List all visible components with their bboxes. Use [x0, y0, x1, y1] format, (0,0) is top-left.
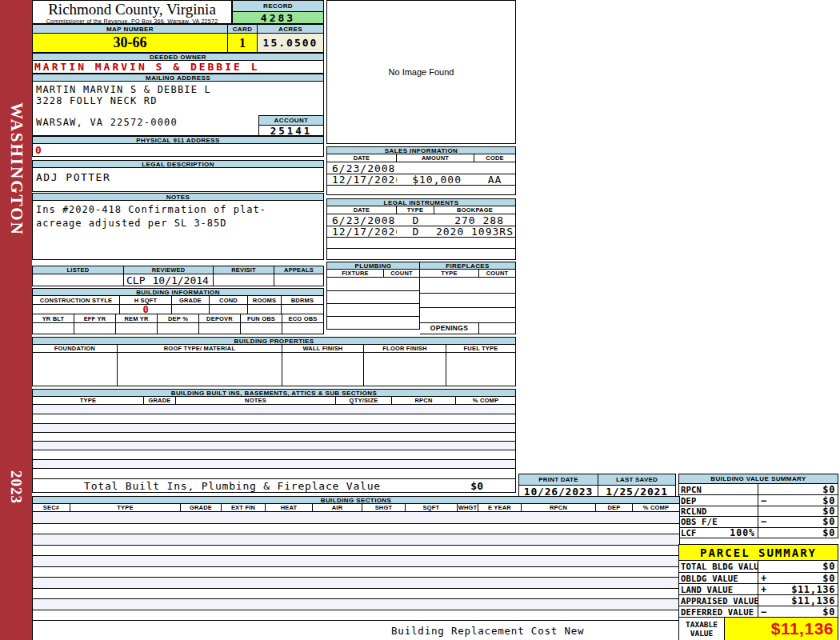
empty-row	[420, 307, 515, 322]
empty-row	[327, 278, 419, 290]
value-row: DEP −$0	[679, 494, 838, 505]
building-value-summary-label: BUILDING VALUE SUMMARY	[678, 474, 838, 484]
year-sidebar: WASHINGTON 2023	[0, 0, 32, 640]
plumbing-fireplaces: PLUMBING FIXTURE COUNT FIREPLACES TYPE C…	[326, 262, 516, 334]
card-label: CARD	[228, 24, 258, 34]
value-label: RPCN	[681, 485, 702, 494]
grade-value	[172, 305, 210, 314]
parcel-amount: $11,136	[791, 584, 835, 595]
col-header: AIR	[313, 504, 362, 511]
parcel-label: APPRAISED VALUE	[681, 596, 759, 606]
value-amount: $0	[822, 484, 835, 495]
instrument-type: D	[397, 214, 434, 226]
sale-amount: $10,000	[397, 174, 474, 185]
empty-row	[33, 423, 515, 432]
empty-row	[327, 316, 419, 329]
plumbing-section-label: PLUMBING	[326, 262, 420, 270]
review-table: LISTED REVIEWED REVISIT APPEALS CLP 10/1…	[32, 266, 324, 286]
empty-cell	[446, 353, 515, 386]
col-header: LISTED	[33, 266, 124, 274]
reviewed-date: 10/1/2014	[152, 274, 208, 286]
instruments-section-label: LEGAL INSTRUMENTS	[326, 198, 516, 206]
empty-row	[33, 512, 679, 523]
acres-value: 15.0500	[258, 34, 324, 53]
instrument-bookpage: 270 288	[434, 214, 515, 226]
card-value: 1	[228, 34, 258, 53]
col-header: FLOOR FINISH	[364, 345, 446, 352]
parcel-summary-label: PARCEL SUMMARY	[678, 544, 838, 561]
building-sections-label: BUILDING SECTIONS	[32, 496, 680, 504]
empty-cell	[33, 353, 118, 386]
col-header: GRADE	[181, 504, 222, 511]
no-image-text: No Image Found	[389, 67, 454, 77]
reviewed-value: CLP 10/1/2014	[124, 274, 214, 286]
legal-description-box: ADJ POTTER	[32, 168, 324, 192]
col-header: DATE	[327, 206, 397, 214]
col-header: SEC#	[33, 504, 70, 511]
col-header: DEP %	[158, 314, 199, 322]
parcel-label: DEFERRED VALUE	[681, 607, 754, 617]
col-header: TYPE	[420, 270, 479, 277]
notes-line: Ins #2020-418 Confirmation of plat-	[36, 203, 323, 217]
legal-description-label: LEGAL DESCRIPTION	[32, 160, 324, 168]
notes-box: Ins #2020-418 Confirmation of plat- acre…	[32, 201, 324, 260]
building-info-label: BUILDING INFORMATION	[32, 288, 324, 296]
col-header: COND	[210, 296, 248, 304]
deeded-owner-box: MARTIN MARVIN S & DEBBIE L	[32, 61, 324, 74]
sales-information: SALES INFORMATION DATE AMOUNT CODE 6/23/…	[326, 146, 516, 195]
value-row: OBS F/E −$0	[679, 516, 838, 526]
built-ins: BUILDING BUILT INS, BASEMENTS, ATTICS & …	[32, 389, 516, 493]
account-value: 25141	[259, 126, 323, 135]
col-header: TYPE	[33, 397, 144, 404]
sale-date: 12/17/2020	[327, 174, 397, 185]
building-properties-label: BUILDING PROPERTIES	[32, 337, 516, 345]
physical-911-label: PHYSICAL 911 ADDRESS	[32, 136, 324, 144]
rooms-value	[248, 305, 282, 314]
built-ins-total-label: Total Built Ins, Plumbing & Fireplace Va…	[84, 480, 381, 492]
empty-row	[33, 459, 515, 468]
parcel-amount: $0	[822, 606, 835, 618]
openings-row: OPENINGS	[420, 322, 515, 334]
listed-value	[33, 274, 124, 286]
county-title: Richmond County, Virginia	[33, 1, 231, 18]
parcel-label: TOTAL BLDG VALUE	[681, 562, 764, 571]
sale-amount	[397, 162, 474, 174]
empty-cell	[241, 323, 282, 334]
col-header: SQFT	[406, 504, 458, 511]
physical-911-value: 0	[33, 144, 42, 156]
empty-row	[33, 414, 515, 422]
bdrms-value	[282, 305, 323, 314]
col-header: QTY/SIZE	[336, 397, 392, 404]
empty-cell	[282, 353, 364, 386]
construction-style-value	[33, 305, 120, 314]
parcel-row: DEFERRED VALUE −$0	[679, 606, 838, 617]
col-header: BOOKPAGE	[434, 206, 515, 214]
empty-row	[33, 577, 679, 588]
col-header: H SQFT	[120, 296, 172, 304]
col-header: NOTES	[176, 397, 336, 404]
notes-label: NOTES	[32, 193, 324, 201]
col-header: FUN OBS	[241, 314, 282, 322]
sales-row: 12/17/2020 $10,000 AA	[327, 174, 515, 185]
col-header: EXT FIN	[222, 504, 266, 511]
empty-cell	[74, 323, 116, 334]
account-box: ACCOUNT 25141	[258, 115, 323, 135]
taxable-row: TAXABLE VALUE $11,136	[679, 617, 838, 640]
col-header: CODE	[474, 154, 515, 162]
legal-instruments: LEGAL INSTRUMENTS DATE TYPE BOOKPAGE 6/2…	[326, 198, 516, 260]
taxable-value: $11,136	[771, 619, 834, 638]
empty-row	[33, 441, 515, 450]
revisit-value	[214, 274, 274, 286]
empty-cell	[118, 353, 282, 386]
year-label: 2023	[7, 470, 25, 504]
building-information: BUILDING INFORMATION CONSTRUCTION STYLE …	[32, 288, 324, 334]
col-header: APPEALS	[274, 266, 323, 274]
col-header: GRADE	[144, 397, 176, 404]
plumbing-table: PLUMBING FIXTURE COUNT	[326, 262, 420, 330]
fireplaces-section-label: FIREPLACES	[420, 262, 516, 270]
parcel-label: LAND VALUE	[681, 585, 733, 594]
sale-code	[474, 162, 515, 174]
col-header: FIXTURE	[327, 270, 384, 277]
last-saved-label: LAST SAVED	[598, 474, 675, 485]
building-sections-footer: Building Replacement Cost New	[33, 620, 679, 640]
